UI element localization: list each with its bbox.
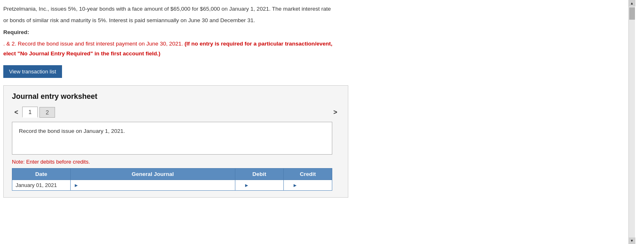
description-line1: Pretzelmania, Inc., issues 5%, 10-year b… [3, 5, 620, 13]
credit-input[interactable] [300, 182, 329, 188]
table-row: January 01, 2021 ► ► ► [12, 180, 332, 191]
task-description-text: Record the bond issue on January 1, 2021… [19, 128, 125, 134]
journal-entry-worksheet: Journal entry worksheet < 1 2 > Record t… [3, 85, 348, 198]
general-journal-input[interactable] [81, 182, 196, 188]
date-cell: January 01, 2021 [12, 180, 71, 191]
debit-cell[interactable]: ► [235, 180, 283, 191]
scrollbar-thumb[interactable] [629, 7, 635, 20]
col-header-credit: Credit [283, 169, 332, 180]
tabs-row: < 1 2 > [12, 107, 340, 118]
view-transaction-button[interactable]: View transaction list [3, 65, 62, 78]
instruction-bold: (If no entry is required for a particula… [184, 41, 332, 47]
col-header-date: Date [12, 169, 71, 180]
task-description-box: Record the bond issue on January 1, 2021… [12, 122, 332, 155]
scroll-up-button[interactable]: ▲ [629, 0, 635, 7]
scroll-down-button[interactable]: ▼ [629, 237, 635, 244]
col-header-debit: Debit [235, 169, 283, 180]
next-tab-button[interactable]: > [331, 107, 340, 118]
debit-input[interactable] [251, 182, 280, 188]
description-line2: or bonds of similar risk and maturity is… [3, 16, 620, 25]
journal-table: Date General Journal Debit Credit Januar… [12, 168, 332, 191]
general-journal-cell[interactable]: ► [70, 180, 235, 191]
required-section: Required: [3, 28, 620, 36]
scrollbar[interactable]: ▲ ▼ [628, 0, 635, 244]
tab-1[interactable]: 1 [22, 107, 38, 118]
instruction-bold2: elect "No Journal Entry Required" in the… [3, 50, 161, 57]
col-header-general-journal: General Journal [70, 169, 235, 180]
tab-2[interactable]: 2 [39, 107, 55, 118]
table-header: Date General Journal Debit Credit [12, 169, 332, 180]
instruction-text-2: elect "No Journal Entry Required" in the… [3, 50, 620, 58]
scrollbar-track[interactable] [629, 7, 635, 237]
worksheet-title: Journal entry worksheet [12, 92, 340, 101]
instruction-plain: . & 2. Record the bond issue and first i… [3, 41, 184, 47]
debit-arrow-icon: ► [244, 182, 249, 188]
credit-arrow-icon: ► [292, 182, 297, 188]
credit-cell[interactable]: ► [283, 180, 332, 191]
note-text: Note: Enter debits before credits. [12, 159, 340, 165]
general-journal-arrow-icon: ► [74, 182, 79, 188]
prev-tab-button[interactable]: < [12, 107, 21, 118]
required-label: Required: [3, 29, 29, 35]
table-body: January 01, 2021 ► ► ► [12, 180, 332, 191]
instruction-text: . & 2. Record the bond issue and first i… [3, 40, 620, 48]
